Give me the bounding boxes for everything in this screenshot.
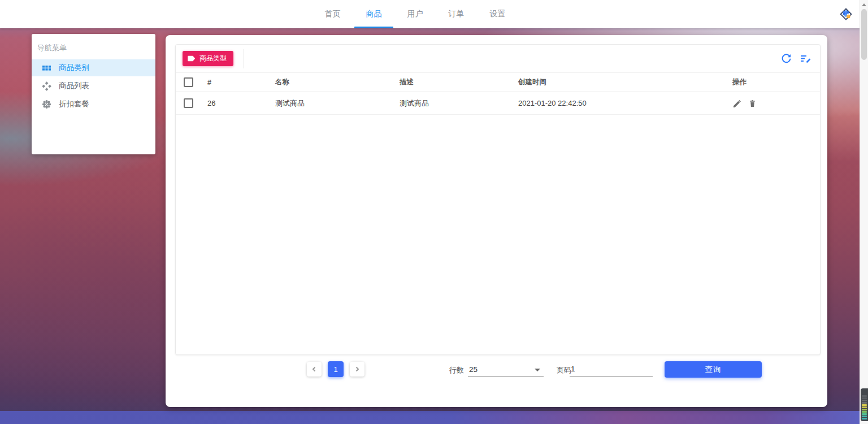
tab-users[interactable]: 用户 [394, 0, 436, 28]
badge-icon [42, 99, 51, 109]
rows-per-page-select[interactable]: 25 [468, 363, 544, 377]
cell-id: 26 [207, 99, 275, 107]
sidebar-item-label: 商品列表 [59, 81, 89, 91]
sidebar-item-label: 商品类别 [59, 63, 89, 73]
sidebar-title: 导航菜单 [32, 34, 155, 59]
tab-settings[interactable]: 设置 [477, 0, 518, 28]
column-header-name: 名称 [275, 77, 400, 87]
table-toolbar: 商品类型 [176, 45, 820, 72]
tag-icon [188, 55, 196, 62]
cell-name: 测试商品 [275, 98, 400, 109]
sidebar-item-product-list[interactable]: 商品列表 [32, 77, 155, 94]
meter-bar [862, 395, 867, 397]
tab-label: 首页 [325, 9, 341, 19]
tab-label: 用户 [407, 9, 423, 19]
toolbar-divider [244, 49, 244, 68]
sidebar-nav-card: 导航菜单 商品类别 商品列表 [32, 34, 155, 154]
table-header-row: # 名称 描述 创建时间 操作 [176, 72, 820, 92]
diamonds-icon [42, 81, 51, 91]
performance-meter-widget [861, 388, 868, 421]
meter-bar [862, 409, 867, 410]
main-tabs: 首页 商品 用户 订单 设置 [312, 0, 518, 28]
meter-bar [862, 416, 867, 417]
rows-per-page-label: 行数 [449, 365, 464, 375]
meter-bar [862, 400, 867, 401]
page-number-button[interactable]: 1 [328, 361, 344, 377]
sidebar-item-label: 折扣套餐 [59, 99, 89, 109]
meter-bar [862, 402, 867, 404]
grid-icon [42, 63, 51, 73]
table-row: 26 测试商品 测试商品 2021-01-20 22:42:50 [176, 92, 820, 115]
tab-label: 商品 [366, 9, 382, 19]
delete-icon[interactable] [748, 99, 757, 107]
chevron-left-icon [311, 366, 318, 373]
meter-bar [862, 413, 867, 415]
column-header-id: # [207, 79, 275, 86]
meter-bar [862, 418, 867, 419]
select-all-checkbox[interactable] [184, 77, 193, 87]
app-logo-icon[interactable] [839, 7, 853, 21]
content-card: 商品类型 [166, 35, 827, 407]
column-header-created-at: 创建时间 [518, 77, 732, 87]
sidebar-item-discount-package[interactable]: 折扣套餐 [32, 96, 155, 113]
sidebar-item-product-category[interactable]: 商品类别 [32, 59, 155, 76]
tab-orders[interactable]: 订单 [436, 0, 477, 28]
prev-page-button[interactable] [307, 362, 322, 377]
scrollbar-up-arrow-icon[interactable] [862, 3, 866, 6]
chevron-right-icon [354, 366, 361, 373]
product-type-button-label: 商品类型 [199, 54, 227, 63]
meter-bar [862, 404, 867, 406]
tab-products[interactable]: 商品 [353, 0, 394, 28]
row-actions [732, 99, 820, 107]
meter-bar [862, 406, 867, 408]
tab-label: 设置 [490, 9, 506, 19]
rows-per-page-value: 25 [468, 365, 478, 374]
table-panel: 商品类型 [175, 44, 821, 355]
column-header-description: 描述 [400, 77, 518, 87]
query-button[interactable]: 查询 [665, 361, 762, 378]
row-checkbox[interactable] [184, 98, 193, 108]
scrollbar-thumb[interactable] [861, 9, 867, 60]
next-page-button[interactable] [350, 362, 364, 377]
background-bottom-band [0, 411, 868, 424]
tab-home[interactable]: 首页 [312, 0, 353, 28]
meter-bar [862, 411, 867, 413]
cell-created-at: 2021-01-20 22:42:50 [518, 99, 732, 107]
toolbar-actions [781, 53, 811, 64]
tab-label: 订单 [449, 9, 465, 19]
meter-bar [862, 397, 867, 399]
refresh-icon[interactable] [781, 53, 792, 64]
cell-description: 测试商品 [400, 98, 518, 109]
product-type-button[interactable]: 商品类型 [183, 51, 233, 66]
edit-list-icon[interactable] [800, 53, 811, 64]
column-header-actions: 操作 [732, 77, 820, 87]
page-number-input[interactable] [570, 363, 653, 377]
edit-icon[interactable] [732, 99, 741, 107]
pagination-bar: 1 行数 25 页码 查询 [166, 360, 827, 378]
top-navbar: 首页 商品 用户 订单 设置 [0, 0, 868, 28]
caret-down-icon [535, 369, 540, 371]
browser-scrollbar[interactable] [860, 0, 868, 424]
